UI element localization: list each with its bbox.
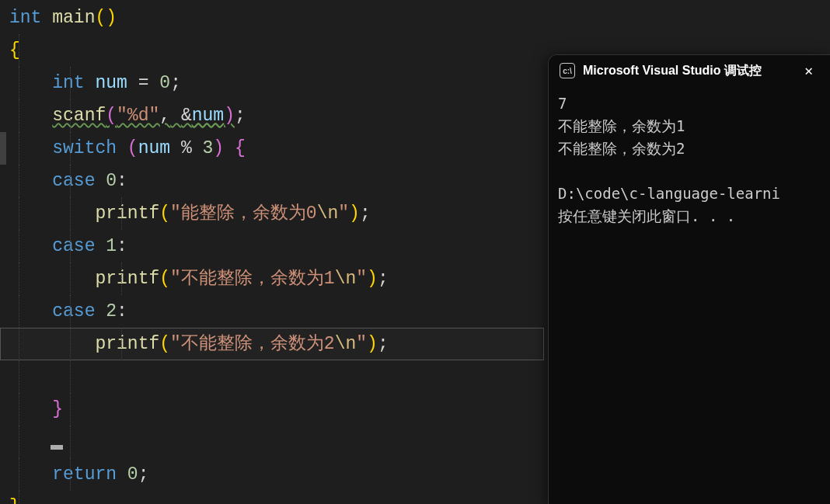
close-icon[interactable]: ✕ bbox=[798, 59, 819, 82]
function-call-printf: printf bbox=[95, 269, 159, 289]
debug-console-window[interactable]: c:\ Microsoft Visual Studio 调试控 ✕ 7 不能整除… bbox=[548, 54, 830, 504]
keyword-int: int bbox=[9, 8, 41, 28]
function-name: main bbox=[52, 8, 95, 28]
number-literal: 3 bbox=[203, 138, 214, 158]
code-line[interactable]: int main() bbox=[0, 2, 830, 34]
console-titlebar[interactable]: c:\ Microsoft Visual Studio 调试控 ✕ bbox=[549, 55, 830, 86]
function-call-printf: printf bbox=[95, 203, 159, 224]
keyword-return: return bbox=[52, 464, 117, 485]
keyword-int: int bbox=[52, 73, 84, 93]
keyword-case: case bbox=[52, 301, 95, 322]
number-literal: 0 bbox=[159, 73, 170, 93]
cursor-indicator bbox=[51, 445, 63, 450]
string-literal: "不能整除，余数为1\n" bbox=[170, 269, 367, 289]
console-output[interactable]: 7 不能整除，余数为1 不能整除，余数为2 D:\code\c-language… bbox=[549, 86, 830, 234]
keyword-case: case bbox=[52, 236, 95, 256]
function-call-scanf: scanf bbox=[52, 106, 106, 126]
console-icon: c:\ bbox=[560, 63, 575, 78]
variable-num: num bbox=[95, 73, 127, 93]
string-literal: "不能整除，余数为2\n" bbox=[170, 334, 367, 354]
function-call-printf: printf bbox=[95, 334, 159, 354]
keyword-switch: switch bbox=[52, 138, 117, 158]
string-literal: "%d" bbox=[117, 106, 159, 126]
keyword-case: case bbox=[52, 171, 95, 191]
console-title: Microsoft Visual Studio 调试控 bbox=[583, 63, 798, 79]
string-literal: "能整除，余数为0\n" bbox=[170, 203, 349, 224]
variable-num: num bbox=[138, 138, 170, 158]
variable-num: num bbox=[192, 106, 224, 126]
